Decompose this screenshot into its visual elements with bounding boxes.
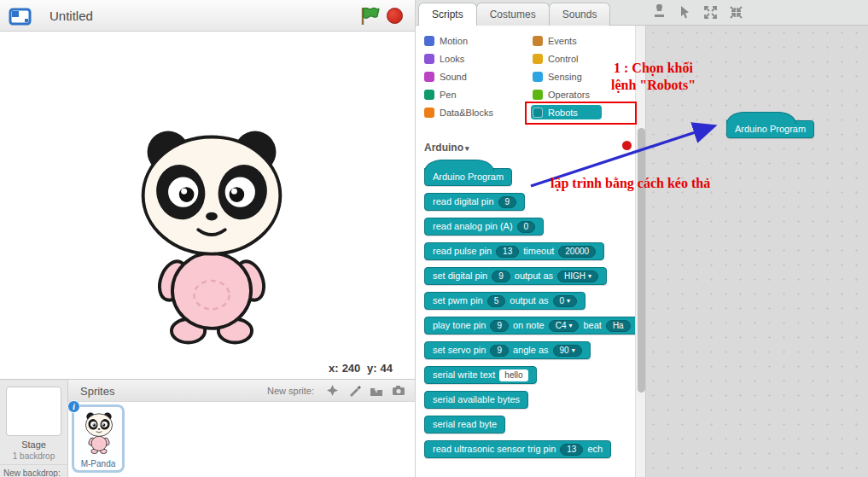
block-number-arg[interactable]: 13	[560, 444, 583, 456]
block-number-arg[interactable]: 20000	[558, 246, 596, 258]
coord-y-value: 44	[381, 362, 393, 375]
stage-titlebar: Untitled	[0, 0, 416, 32]
block-text: read analog pin (A)	[433, 220, 513, 233]
block-dropdown-arg[interactable]: Ha	[606, 320, 631, 332]
tab-sounds[interactable]: Sounds	[549, 3, 611, 26]
category-motion[interactable]: Motion	[422, 33, 476, 48]
palette-block[interactable]: set pwm pin5output as0▾	[424, 292, 585, 310]
block-number-arg[interactable]: 13	[496, 246, 519, 258]
tab-scripts[interactable]: Scripts	[418, 3, 477, 26]
category-grid: MotionLooksSoundPenData&Blocks EventsCon…	[422, 33, 635, 119]
category-sensing[interactable]: Sensing	[531, 69, 591, 84]
block-text-input[interactable]: hello	[499, 369, 527, 381]
mblock-window: Untitled x:240 y:44 Stage 1 backdrop New…	[0, 0, 868, 477]
camera-sprite-icon[interactable]	[391, 383, 406, 398]
palette-block[interactable]: read digital pin9	[424, 193, 525, 211]
sprite-library-icon[interactable]	[324, 383, 340, 398]
duplicate-icon[interactable]	[650, 3, 667, 20]
palette-block[interactable]: serial available bytes	[424, 391, 528, 409]
canvas-hat-block[interactable]: Arduino Program	[726, 120, 814, 138]
coord-x-label: x:	[329, 362, 339, 375]
stage-thumbnail-panel[interactable]: Stage 1 backdrop New backdrop:	[0, 379, 68, 477]
block-number-arg[interactable]: 9	[492, 270, 510, 282]
block-number-arg[interactable]: 5	[487, 295, 506, 307]
block-dropdown-arg[interactable]: HIGH▾	[557, 270, 598, 282]
block-text: set servo pin	[433, 344, 486, 357]
script-canvas[interactable]: Arduino Program	[646, 26, 868, 477]
palette-block[interactable]: serial write texthello	[424, 366, 537, 384]
palette-block[interactable]: read ultrasonic sensor trig pin13ech	[424, 440, 611, 458]
tab-costumes[interactable]: Costumes	[476, 3, 550, 26]
palette-hat-block[interactable]: Arduino Program	[424, 168, 512, 186]
category-pen[interactable]: Pen	[422, 87, 465, 102]
stage-thumb-title: Stage	[0, 439, 67, 450]
category-swatch-icon	[533, 108, 543, 118]
sprite-name: M-Panda	[74, 459, 122, 468]
block-text: serial write text	[433, 369, 495, 381]
arduino-group-header[interactable]: Arduino▾	[424, 142, 469, 154]
stage-backdrop-thumbnail[interactable]	[6, 387, 61, 436]
tabbar: Scripts Costumes Sounds	[416, 0, 868, 26]
palette-block[interactable]: play tone pin9on noteC4▾beatHa	[424, 317, 635, 334]
mouse-coordinates: x:240 y:44	[0, 358, 416, 379]
paint-sprite-icon[interactable]	[347, 383, 362, 398]
category-swatch-icon	[533, 72, 543, 82]
category-swatch-icon	[533, 90, 543, 100]
palette-block[interactable]: set digital pin9output asHIGH▾	[424, 267, 607, 285]
delete-icon[interactable]	[676, 3, 693, 20]
palette-scrollbar[interactable]	[635, 26, 646, 477]
category-events[interactable]: Events	[531, 33, 585, 48]
sprites-header: Sprites New sprite:	[68, 379, 416, 402]
category-label: Data&Blocks	[440, 108, 493, 118]
block-text: play tone pin	[433, 319, 486, 332]
new-sprite-label: New sprite:	[267, 386, 314, 396]
palette-block[interactable]: read pulse pin13timeout20000	[424, 242, 604, 260]
block-text: serial read byte	[433, 418, 497, 431]
shrink-icon[interactable]	[727, 3, 744, 20]
sprite-thumbnail-mpanda[interactable]: i M-Panda	[72, 404, 125, 473]
chevron-down-icon: ▾	[572, 344, 575, 357]
green-flag-button[interactable]	[359, 6, 382, 26]
block-number-arg[interactable]: 9	[490, 345, 509, 357]
block-palette: MotionLooksSoundPenData&Blocks EventsCon…	[416, 26, 635, 477]
category-sound[interactable]: Sound	[422, 69, 475, 84]
category-operators[interactable]: Operators	[531, 87, 598, 102]
stage-thumb-subtitle: 1 backdrop	[0, 451, 67, 461]
divider	[0, 464, 67, 465]
sprite-info-icon[interactable]: i	[67, 400, 80, 413]
block-text: angle as	[513, 344, 549, 357]
scrollbar-thumb[interactable]	[638, 128, 645, 393]
chevron-down-icon: ▾	[567, 294, 570, 307]
upload-sprite-icon[interactable]	[369, 383, 384, 398]
block-dropdown-arg[interactable]: 0▾	[553, 295, 578, 307]
grow-icon[interactable]	[702, 3, 719, 20]
block-number-arg[interactable]: 9	[490, 320, 509, 332]
project-title: Untitled	[50, 9, 93, 23]
category-label: Motion	[440, 36, 468, 46]
block-text: serial available bytes	[433, 393, 520, 406]
category-label: Looks	[440, 54, 464, 64]
stage-view[interactable]	[0, 32, 416, 358]
panda-sprite[interactable]	[128, 121, 295, 357]
chevron-down-icon: ▾	[588, 270, 591, 282]
palette-block[interactable]: serial read byte	[424, 416, 505, 433]
block-text: on note	[513, 319, 545, 332]
stop-button[interactable]	[387, 8, 403, 24]
category-control[interactable]: Control	[531, 51, 586, 66]
category-column: EventsControlSensingOperatorsRobots	[531, 33, 635, 119]
block-number-arg[interactable]: 9	[498, 196, 517, 208]
block-text: set digital pin	[433, 270, 487, 282]
block-dropdown-arg[interactable]: 90▾	[553, 345, 582, 357]
palette-block[interactable]: read analog pin (A)0	[424, 218, 544, 236]
block-text: read pulse pin	[433, 245, 492, 258]
block-number-arg[interactable]: 0	[517, 221, 536, 233]
category-swatch-icon	[424, 108, 434, 118]
category-data-blocks[interactable]: Data&Blocks	[422, 105, 502, 119]
palette-block[interactable]: set servo pin9angle as90▾	[424, 341, 591, 359]
block-text: read ultrasonic sensor trig pin	[433, 443, 556, 456]
category-looks[interactable]: Looks	[422, 51, 473, 66]
block-text: set pwm pin	[433, 294, 483, 307]
category-robots[interactable]: Robots	[531, 105, 602, 119]
new-backdrop-label: New backdrop:	[3, 468, 61, 477]
block-dropdown-arg[interactable]: C4▾	[549, 320, 580, 332]
